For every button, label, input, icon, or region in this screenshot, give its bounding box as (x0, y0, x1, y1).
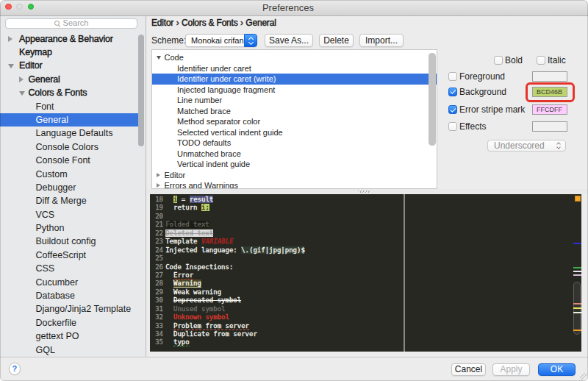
sidebar-item-label: Console Colors (36, 140, 98, 154)
line-number: 24 (150, 246, 164, 254)
sidebar-item-console-font[interactable]: Console Font (0, 154, 146, 167)
error-stripe-swatch[interactable]: FFCDFF (532, 104, 567, 115)
element-item-method-separator-color[interactable]: Method separator color (152, 116, 437, 127)
import-button[interactable]: Import... (359, 34, 404, 47)
element-item-todo-defaults[interactable]: TODO defaults (152, 138, 437, 149)
element-list: CodeIdentifier under caretIdentifier und… (151, 49, 437, 189)
foreground-checkbox[interactable] (448, 72, 457, 81)
apply-button[interactable]: Apply (492, 363, 530, 376)
bold-checkbox[interactable] (494, 56, 503, 65)
scheme-select[interactable]: Monokai crifan (185, 34, 257, 47)
sidebar-item-label: Colors & Fonts (29, 86, 87, 99)
element-item-unmatched-brace[interactable]: Unmatched brace (152, 149, 437, 160)
line-number: 18 (150, 196, 164, 204)
sidebar-item-dockerfile[interactable]: Dockerfile (0, 316, 146, 330)
sidebar-scrollbar[interactable] (138, 35, 144, 146)
sidebar-item-django-jinja2-template[interactable]: Django/Jinja2 Template (0, 302, 146, 316)
element-item-editor[interactable]: Editor (152, 170, 437, 181)
sidebar-item-label: Buildout config (36, 235, 96, 248)
sidebar-item-custom[interactable]: Custom (0, 168, 146, 181)
sidebar-item-python[interactable]: Python (0, 221, 146, 235)
code-line: 31 Unused symbol (150, 305, 582, 313)
element-item-vertical-indent-guide[interactable]: Vertical indent guide (152, 159, 437, 170)
element-list-scrollbar[interactable] (429, 53, 436, 146)
effects-checkbox[interactable] (448, 122, 457, 131)
element-item-label: Identifier under caret (write) (177, 74, 276, 85)
ok-button[interactable]: OK (538, 363, 576, 376)
sidebar-item-language-defaults[interactable]: Language Defaults (0, 127, 146, 140)
sidebar-item-label: VCS (36, 208, 55, 221)
sidebar-item-colors-fonts[interactable]: Colors & Fonts (0, 86, 146, 99)
sidebar-item-diff-merge[interactable]: Diff & Merge (0, 194, 146, 207)
error-stripe-checkbox[interactable] (448, 105, 457, 114)
splitter[interactable] (146, 189, 588, 194)
collapsed-arrow-icon[interactable] (157, 183, 160, 188)
element-item-label: Editor (165, 170, 186, 181)
element-item-injected-language-fragment[interactable]: Injected language fragment (152, 85, 437, 96)
effects-style-select[interactable]: Underscored (487, 140, 566, 152)
foreground-swatch[interactable] (532, 71, 567, 82)
collapsed-arrow-icon[interactable] (19, 76, 24, 82)
cancel-button[interactable]: Cancel (451, 363, 486, 376)
sidebar-item-label: Cucumber (36, 276, 79, 289)
expanded-arrow-icon[interactable] (157, 56, 161, 60)
chevron-down-icon (556, 145, 561, 149)
resize-grip[interactable] (580, 373, 587, 380)
element-item-label: Selected vertical indent guide (177, 127, 283, 138)
effects-swatch[interactable] (532, 121, 567, 132)
stripe-mark[interactable] (573, 330, 581, 331)
collapsed-arrow-icon[interactable] (157, 173, 160, 177)
element-item-selected-vertical-indent-guide[interactable]: Selected vertical indent guide (152, 127, 437, 138)
sidebar-item-css[interactable]: CSS (0, 262, 146, 275)
sidebar-item-label: Console Font (36, 154, 90, 167)
element-item-identifier-under-caret-write-[interactable]: Identifier under caret (write) (152, 74, 437, 85)
sidebar-item-general[interactable]: General (0, 113, 138, 127)
line-number: 32 (150, 313, 164, 321)
stripe-mark[interactable] (573, 303, 581, 305)
element-item-code[interactable]: Code (152, 52, 437, 63)
line-number: 20 (150, 213, 164, 221)
sidebar-item-coffeescript[interactable]: CoffeeScript (0, 249, 146, 262)
stripe-mark[interactable] (573, 274, 581, 276)
sidebar-item-label: Editor (19, 59, 42, 72)
delete-button[interactable]: Delete (319, 34, 354, 47)
expanded-arrow-icon[interactable] (8, 64, 14, 68)
element-item-errors-and-warnings[interactable]: Errors and Warnings (152, 180, 437, 189)
stripe-mark[interactable] (573, 271, 581, 272)
element-item-identifier-under-caret[interactable]: Identifier under caret (152, 63, 437, 74)
sidebar-item-database[interactable]: Database (0, 289, 146, 302)
element-item-matched-brace[interactable]: Matched brace (152, 106, 437, 117)
expanded-arrow-icon[interactable] (19, 91, 25, 96)
sidebar-item-cucumber[interactable]: Cucumber (0, 276, 146, 289)
background-label: Background (459, 87, 506, 97)
save-as-button[interactable]: Save As... (265, 34, 313, 47)
element-item-line-number[interactable]: Line number (152, 95, 437, 106)
sidebar-item-console-colors[interactable]: Console Colors (0, 140, 146, 154)
sidebar-item-debugger[interactable]: Debugger (0, 181, 146, 194)
stripe-mark[interactable] (573, 312, 581, 313)
collapsed-arrow-icon[interactable] (8, 36, 12, 42)
scheme-value: Monokai crifan (191, 35, 244, 46)
sidebar-item-font[interactable]: Font (0, 100, 146, 113)
breadcrumb-part: Editor (151, 18, 173, 28)
italic-checkbox[interactable] (537, 56, 545, 65)
stripe-mark[interactable] (573, 243, 581, 244)
background-checkbox[interactable] (448, 88, 457, 96)
help-button[interactable]: ? (9, 363, 21, 375)
sidebar-item-general[interactable]: General (0, 73, 146, 86)
sidebar-item-appearance-behavior[interactable]: Appearance & Behavior (0, 32, 146, 46)
sidebar-item-buildout-config[interactable]: Buildout config (0, 235, 146, 248)
stripe-mark[interactable] (573, 267, 581, 268)
footer-bar: ? Cancel Apply OK (0, 357, 588, 381)
sidebar-item-vcs[interactable]: VCS (0, 208, 146, 221)
analysis-status-icon (575, 196, 581, 202)
sidebar-item-gql[interactable]: GQL (0, 343, 146, 357)
element-item-label: Unmatched brace (177, 149, 241, 160)
sidebar-item-gettext-po[interactable]: gettext PO (0, 330, 146, 343)
sidebar-item-editor[interactable]: Editor (0, 59, 146, 72)
stripe-mark[interactable] (573, 307, 581, 309)
code-line: 25 (150, 254, 582, 263)
sidebar-item-keymap[interactable]: Keymap (0, 46, 146, 59)
search-input[interactable]: Search (5, 18, 137, 29)
code-line: 18 i = result (150, 196, 582, 204)
